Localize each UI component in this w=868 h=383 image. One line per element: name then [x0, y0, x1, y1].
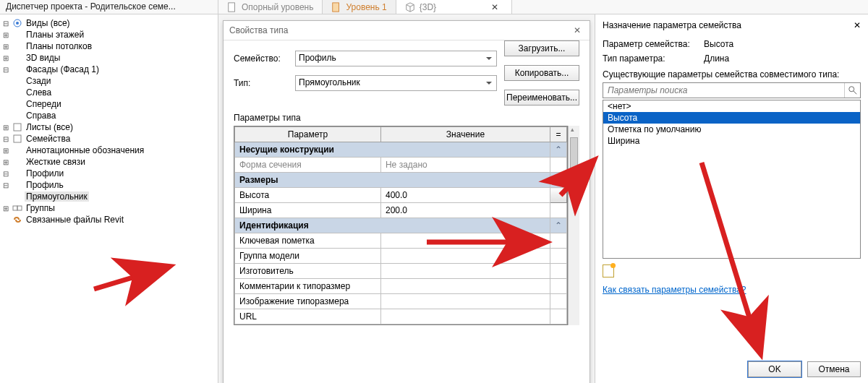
load-button[interactable]: Загрузить... [504, 40, 579, 56]
close-icon[interactable]: ✕ [854, 20, 861, 30]
tree-toggle[interactable] [1, 89, 10, 97]
param-value[interactable]: 400.0 [380, 188, 550, 203]
tree-toggle[interactable]: ⊟ [1, 20, 10, 27]
list-item[interactable]: <нет> [603, 100, 860, 112]
param-name[interactable]: Форма сечения [235, 158, 381, 173]
param-name-value: Высота [704, 39, 733, 49]
associate-button[interactable] [550, 233, 567, 249]
new-param-icon[interactable] [603, 264, 614, 277]
family-icon [12, 134, 23, 144]
associate-button[interactable] [550, 294, 567, 309]
collapse-icon[interactable]: ⌃ [550, 218, 567, 233]
family-dropdown[interactable]: Профиль [295, 51, 497, 66]
list-item[interactable]: Ширина [603, 135, 860, 147]
tree-item[interactable]: Слева [25, 87, 53, 98]
param-name[interactable]: Ключевая пометка [235, 233, 381, 249]
tree-item[interactable]: Сзади [25, 76, 53, 86]
params-listbox[interactable]: <нет>ВысотаОтметка по умолчаниюШирина [603, 100, 861, 259]
tree-toggle[interactable] [1, 100, 10, 108]
tree-item[interactable]: Фасады (Фасад 1) [25, 64, 101, 74]
tree-toggle[interactable] [1, 216, 10, 224]
param-name[interactable]: URL [235, 309, 381, 324]
associate-button[interactable] [550, 309, 567, 324]
associate-button[interactable] [550, 279, 567, 294]
tree-toggle[interactable]: ⊞ [1, 147, 10, 155]
param-value[interactable] [380, 233, 550, 249]
tree-item[interactable]: Виды (все) [25, 18, 72, 28]
col-value[interactable]: Значение [380, 127, 550, 142]
tree-toggle[interactable]: ⊟ [1, 181, 10, 189]
type-dropdown[interactable]: Прямоугольник [295, 75, 497, 91]
tree-toggle[interactable]: ⊞ [1, 54, 10, 62]
tree-item[interactable]: Профили [25, 168, 65, 178]
param-value[interactable] [380, 279, 550, 294]
tree-item[interactable]: Группы [25, 203, 56, 213]
param-name[interactable]: Комментарии к типоразмер [235, 279, 381, 294]
help-link[interactable]: Как связать параметры семейства? [603, 285, 746, 295]
copy-button[interactable]: Копировать... [504, 65, 579, 81]
close-icon[interactable]: ✕ [571, 25, 584, 35]
tree-toggle[interactable]: ⊟ [1, 170, 10, 178]
tree-toggle[interactable]: ⊞ [1, 43, 10, 51]
tree-item[interactable]: Профиль [25, 180, 65, 190]
param-name[interactable]: Изображение типоразмера [235, 294, 381, 309]
tree-item[interactable]: Семейства [25, 134, 72, 144]
tree-item[interactable]: Планы потолков [25, 41, 93, 51]
tab-level1[interactable]: Уровень 1 [323, 0, 396, 14]
tree-toggle[interactable]: ⊞ [1, 31, 10, 39]
collapse-icon[interactable]: ⌃ [550, 173, 567, 188]
tree-item[interactable]: Справа [25, 111, 57, 121]
cancel-button[interactable]: Отмена [807, 361, 861, 377]
tree-toggle[interactable]: ⊞ [1, 158, 10, 166]
search-input[interactable] [603, 83, 844, 98]
associate-button[interactable] [550, 249, 567, 264]
associate-button[interactable] [550, 158, 567, 173]
tree-toggle[interactable]: ⊟ [1, 66, 10, 74]
tree-item[interactable]: Листы (все) [25, 122, 75, 132]
tree-toggle[interactable] [1, 112, 10, 120]
tab-baseline[interactable]: Опорный уровень [218, 0, 323, 14]
param-value[interactable] [380, 264, 550, 279]
param-value[interactable]: 200.0 [380, 203, 550, 218]
list-item[interactable]: Отметка по умолчанию [603, 124, 860, 135]
tab-3d[interactable]: {3D} ✕ [396, 0, 512, 14]
param-value[interactable] [380, 309, 550, 324]
tree-toggle[interactable] [1, 77, 10, 85]
param-name[interactable]: Изготовитель [235, 264, 381, 279]
param-group[interactable]: Размеры [235, 173, 550, 188]
param-name[interactable]: Группа модели [235, 249, 381, 264]
associate-button[interactable] [550, 264, 567, 279]
param-value[interactable] [380, 294, 550, 309]
tree-item[interactable]: Аннотационные обозначения [25, 145, 145, 155]
param-group[interactable]: Идентификация [235, 218, 550, 233]
associate-button[interactable] [550, 188, 567, 203]
associate-button[interactable] [550, 203, 567, 218]
tree-item[interactable]: Жесткие связи [25, 157, 87, 167]
param-name[interactable]: Высота [235, 188, 381, 203]
col-parameter[interactable]: Параметр [235, 127, 381, 142]
collapse-icon[interactable]: ⌃ [550, 142, 567, 158]
ok-button[interactable]: OK [748, 361, 801, 377]
close-icon[interactable]: ✕ [487, 2, 503, 12]
tree-item[interactable]: Спереди [25, 99, 63, 109]
list-item[interactable]: Высота [603, 112, 860, 124]
tree-toggle[interactable]: ⊞ [1, 205, 10, 212]
blank-icon [12, 157, 23, 167]
param-name[interactable]: Ширина [235, 203, 381, 218]
tree-toggle[interactable]: ⊞ [1, 124, 10, 132]
panel-title: Диспетчер проекта - Родительское семе... [0, 0, 218, 14]
tree-item[interactable]: Прямоугольник [25, 192, 89, 202]
col-associate[interactable]: = [550, 127, 567, 142]
param-value[interactable]: Не задано [380, 158, 550, 173]
search-icon[interactable] [844, 83, 860, 98]
scrollbar[interactable] [568, 126, 579, 325]
param-value[interactable] [380, 249, 550, 264]
rename-button[interactable]: Переименовать... [504, 90, 579, 106]
tree-toggle[interactable] [1, 193, 10, 201]
tree-item[interactable]: Связанные файлы Revit [25, 215, 125, 225]
param-name-label: Параметр семейства: [603, 39, 704, 49]
tree-item[interactable]: 3D виды [25, 53, 61, 63]
tree-toggle[interactable]: ⊟ [1, 135, 10, 143]
tree-item[interactable]: Планы этажей [25, 30, 85, 40]
param-group[interactable]: Несущие конструкции [235, 142, 550, 158]
